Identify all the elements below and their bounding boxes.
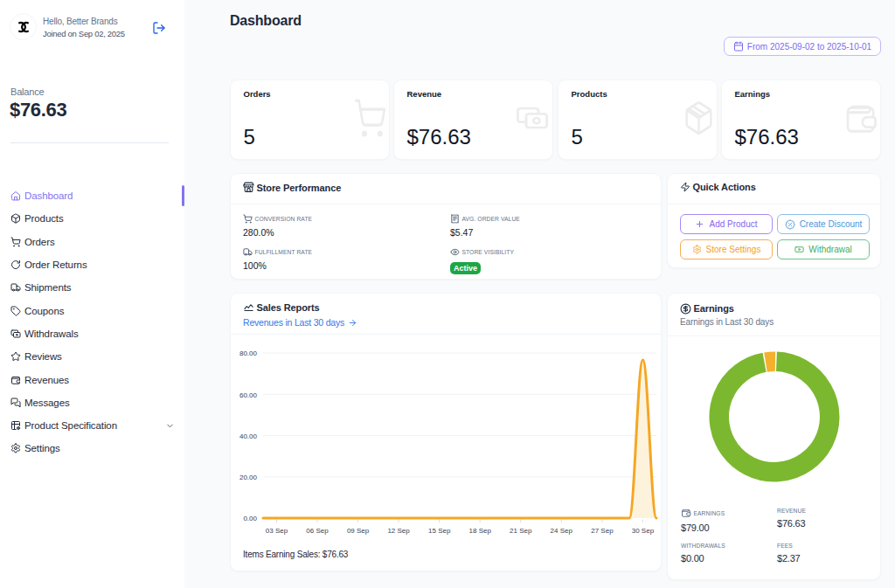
svg-text:03 Sep: 03 Sep: [266, 527, 288, 535]
svg-text:27 Sep: 27 Sep: [591, 527, 614, 535]
svg-text:09 Sep: 09 Sep: [347, 527, 370, 535]
svg-text:30 Sep: 30 Sep: [632, 527, 655, 535]
svg-text:40.00: 40.00: [239, 432, 258, 440]
svg-text:20.00: 20.00: [239, 474, 258, 481]
svg-text:18 Sep: 18 Sep: [469, 527, 492, 535]
svg-text:12 Sep: 12 Sep: [387, 527, 410, 535]
svg-text:24 Sep: 24 Sep: [551, 527, 573, 535]
svg-text:21 Sep: 21 Sep: [510, 527, 532, 535]
svg-text:80.00: 80.00: [239, 349, 258, 357]
svg-text:60.00: 60.00: [239, 391, 258, 399]
svg-text:06 Sep: 06 Sep: [306, 527, 329, 535]
svg-text:15 Sep: 15 Sep: [428, 527, 451, 535]
svg-text:0.00: 0.00: [243, 515, 257, 522]
